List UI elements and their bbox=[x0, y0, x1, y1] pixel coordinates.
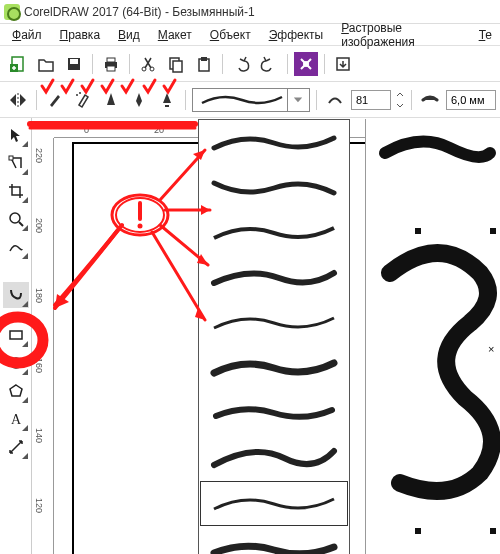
toolbox: A bbox=[0, 118, 32, 554]
save-button[interactable] bbox=[62, 52, 86, 76]
preset-item[interactable] bbox=[199, 390, 349, 435]
artistic-media-tool[interactable] bbox=[3, 282, 29, 308]
preset-item[interactable] bbox=[199, 345, 349, 390]
svg-rect-27 bbox=[415, 528, 421, 534]
stroke-preset-combo[interactable] bbox=[192, 88, 310, 112]
svg-text:×: × bbox=[488, 343, 494, 355]
svg-text:A: A bbox=[11, 412, 22, 427]
ellipse-tool[interactable] bbox=[3, 350, 29, 376]
menu-view[interactable]: Вид bbox=[110, 26, 148, 44]
menu-file[interactable]: Файл bbox=[4, 26, 50, 44]
crop-tool[interactable] bbox=[3, 178, 29, 204]
cut-button[interactable] bbox=[136, 52, 160, 76]
svg-rect-24 bbox=[415, 228, 421, 234]
brush-tool-icon[interactable] bbox=[43, 88, 67, 112]
zoom-tool[interactable] bbox=[3, 206, 29, 232]
preset-item[interactable] bbox=[199, 255, 349, 300]
main-toolbar bbox=[0, 46, 500, 82]
text-tool[interactable]: A bbox=[3, 406, 29, 432]
preset-item[interactable] bbox=[199, 527, 349, 554]
property-bar: 81 6,0 мм bbox=[0, 82, 500, 118]
preset-item[interactable] bbox=[199, 165, 349, 210]
svg-rect-10 bbox=[173, 61, 182, 72]
svg-rect-18 bbox=[9, 156, 13, 160]
pick-tool[interactable] bbox=[3, 122, 29, 148]
dimension-tool[interactable] bbox=[3, 434, 29, 460]
polygon-tool[interactable] bbox=[3, 378, 29, 404]
paste-button[interactable] bbox=[192, 52, 216, 76]
menu-text[interactable]: Те bbox=[471, 26, 500, 44]
preset-item[interactable] bbox=[199, 210, 349, 255]
svg-rect-21 bbox=[10, 331, 22, 339]
smoothing-input[interactable]: 81 bbox=[351, 90, 391, 110]
brush-preview-panel: × bbox=[365, 119, 500, 554]
undo-button[interactable] bbox=[229, 52, 253, 76]
smoothing-icon bbox=[323, 88, 347, 112]
search-button[interactable] bbox=[294, 52, 318, 76]
preset-item[interactable] bbox=[199, 300, 349, 345]
title-text: CorelDRAW 2017 (64-Bit) - Безымянный-1 bbox=[24, 5, 255, 19]
preset-item[interactable] bbox=[199, 120, 349, 165]
svg-rect-12 bbox=[201, 57, 207, 61]
svg-point-16 bbox=[76, 94, 78, 96]
svg-point-19 bbox=[10, 213, 20, 223]
menubar: Файл Правка Вид Макет Объект Эффекты Рас… bbox=[0, 24, 500, 46]
width-input[interactable]: 6,0 мм bbox=[446, 90, 496, 110]
app-logo bbox=[4, 4, 20, 20]
stroke-preset-dropdown bbox=[198, 119, 350, 554]
menu-layout[interactable]: Макет bbox=[150, 26, 200, 44]
svg-rect-3 bbox=[70, 59, 78, 64]
svg-point-13 bbox=[303, 61, 309, 67]
spray-tool-icon[interactable] bbox=[71, 88, 95, 112]
svg-rect-5 bbox=[107, 58, 115, 62]
menu-edit[interactable]: Правка bbox=[52, 26, 109, 44]
svg-rect-25 bbox=[490, 228, 496, 234]
freehand-tool[interactable] bbox=[3, 234, 29, 260]
svg-line-20 bbox=[19, 222, 23, 226]
menu-object[interactable]: Объект bbox=[202, 26, 259, 44]
new-button[interactable] bbox=[6, 52, 30, 76]
chevron-down-icon bbox=[291, 93, 305, 107]
svg-rect-28 bbox=[490, 528, 496, 534]
svg-point-22 bbox=[10, 358, 22, 368]
svg-point-17 bbox=[79, 92, 81, 94]
svg-point-7 bbox=[142, 67, 146, 71]
redo-button[interactable] bbox=[257, 52, 281, 76]
pen-tool-icon[interactable] bbox=[127, 88, 151, 112]
width-icon bbox=[418, 88, 442, 112]
import-button[interactable] bbox=[331, 52, 355, 76]
preset-item[interactable] bbox=[199, 435, 349, 480]
shape-tool[interactable] bbox=[3, 150, 29, 176]
copy-button[interactable] bbox=[164, 52, 188, 76]
menu-effects[interactable]: Эффекты bbox=[261, 26, 332, 44]
calligraphy-tool-icon[interactable] bbox=[99, 88, 123, 112]
preset-item-selected[interactable] bbox=[200, 481, 348, 526]
ruler-vertical: 220 200 180 160 140 120 bbox=[32, 138, 54, 554]
print-button[interactable] bbox=[99, 52, 123, 76]
svg-point-8 bbox=[150, 67, 154, 71]
open-button[interactable] bbox=[34, 52, 58, 76]
spinner-icon[interactable] bbox=[395, 90, 405, 110]
rectangle-tool[interactable] bbox=[3, 322, 29, 348]
pressure-tool-icon[interactable] bbox=[155, 88, 179, 112]
menu-bitmap[interactable]: Растровые изображения bbox=[333, 19, 468, 51]
mirror-h-button[interactable] bbox=[6, 88, 30, 112]
svg-rect-6 bbox=[107, 66, 115, 71]
